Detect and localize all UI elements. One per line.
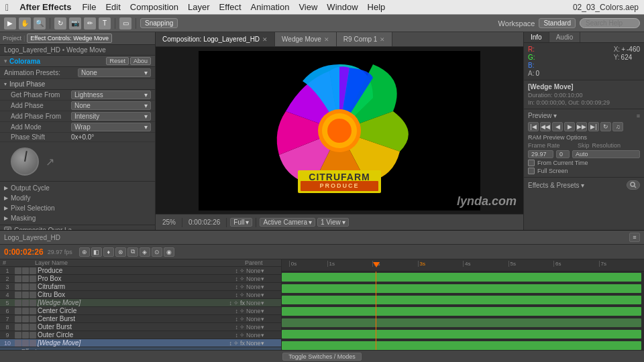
layer-row-6[interactable]: 6 Center Circle ↕✧ None▾ bbox=[0, 307, 281, 315]
layer-row-1[interactable]: 1 Produce ↕✧ None▾ bbox=[0, 267, 281, 275]
menu-window[interactable]: Window bbox=[327, 2, 358, 12]
zoom-tool[interactable]: 🔍 bbox=[34, 17, 46, 29]
layer-8-lock[interactable] bbox=[22, 324, 29, 330]
layer-4-bar[interactable] bbox=[282, 307, 641, 316]
prev-play[interactable]: ▶ bbox=[564, 122, 575, 131]
layer-3-eye[interactable] bbox=[15, 284, 21, 290]
layer-6-eye[interactable] bbox=[15, 308, 21, 314]
layer-5-eye[interactable] bbox=[15, 300, 21, 306]
prev-first-frame[interactable]: |◀ bbox=[528, 122, 539, 131]
toggle-switches-button[interactable]: Toggle Switches / Modes bbox=[282, 353, 362, 361]
colorama-toggle-icon[interactable]: ▾ bbox=[4, 58, 7, 64]
project-tab[interactable]: Project bbox=[3, 35, 21, 42]
timeline-timecode[interactable]: 0:00:02:26 bbox=[4, 247, 44, 257]
layer-9-eye[interactable] bbox=[15, 332, 21, 339]
effects-search-icon[interactable] bbox=[627, 180, 640, 190]
select-tool[interactable]: ▶ bbox=[4, 17, 16, 29]
layer-row-4[interactable]: 4 Citru Box ↕✧ None▾ bbox=[0, 291, 281, 299]
layer-3-bar[interactable] bbox=[282, 296, 641, 304]
layer-8-parent[interactable]: None▾ bbox=[246, 324, 280, 330]
rotation-tool[interactable]: ↻ bbox=[54, 17, 66, 29]
prev-audio[interactable]: ♫ bbox=[612, 122, 623, 131]
layer-3-lock[interactable] bbox=[22, 284, 29, 290]
comp-zoom-dropdown[interactable]: 25% bbox=[160, 219, 178, 226]
menu-layer[interactable]: Layer bbox=[188, 2, 210, 12]
layer-3-parent[interactable]: None▾ bbox=[246, 284, 280, 290]
comp-tab-r9[interactable]: R9 Comp 1 ✕ bbox=[337, 32, 393, 46]
tl-ctrl-7[interactable]: ⊙ bbox=[152, 247, 162, 257]
prev-next[interactable]: ▶▶ bbox=[576, 122, 587, 131]
prev-prev-frame[interactable]: ◀◀ bbox=[540, 122, 551, 131]
layer-5-parent[interactable]: None▾ bbox=[246, 300, 280, 306]
layer-5-bar[interactable] bbox=[282, 318, 641, 327]
animation-presets-dropdown[interactable]: None ▾ bbox=[78, 68, 151, 77]
menu-edit[interactable]: Edit bbox=[105, 2, 120, 12]
masking-row[interactable]: ▶ Masking bbox=[4, 213, 151, 223]
comp-tab-wedge-close[interactable]: ✕ bbox=[324, 36, 329, 43]
tl-ctrl-5[interactable]: ⧉ bbox=[127, 247, 138, 257]
comp-tab-r9-close[interactable]: ✕ bbox=[380, 36, 385, 43]
layer-4-solo[interactable] bbox=[30, 292, 36, 298]
layer-2-eye[interactable] bbox=[15, 276, 21, 282]
output-cycle-row[interactable]: ▶ Output Cycle bbox=[4, 183, 151, 193]
add-phase-from-dropdown[interactable]: Intensity ▾ bbox=[71, 112, 151, 121]
layer-7-eye[interactable] bbox=[15, 316, 21, 322]
input-phase-header[interactable]: ▾ Input Phase bbox=[0, 79, 155, 90]
layer-10-lock[interactable] bbox=[22, 340, 29, 347]
workspace-dropdown[interactable]: Standard bbox=[539, 18, 576, 28]
layer-10-solo[interactable] bbox=[30, 340, 36, 347]
layer-3-solo[interactable] bbox=[30, 284, 36, 290]
menu-animation[interactable]: Animation bbox=[251, 2, 290, 12]
layer-1-eye[interactable] bbox=[15, 267, 21, 274]
pixel-selection-row[interactable]: ▶ Pixel Selection bbox=[4, 203, 151, 213]
resolution-dropdown[interactable]: Auto bbox=[572, 150, 640, 158]
ram-preview-btn[interactable]: RAM Preview Options bbox=[528, 134, 640, 141]
layer-9-lock[interactable] bbox=[22, 332, 29, 339]
tl-icon-1[interactable]: ≡ bbox=[629, 233, 640, 242]
layer-row-8[interactable]: 8 Outer Burst ↕✧ None▾ bbox=[0, 323, 281, 331]
layer-1-parent[interactable]: None▾ bbox=[246, 267, 280, 274]
skip-input[interactable]: 0 bbox=[556, 150, 570, 158]
layer-1-lock[interactable] bbox=[22, 267, 29, 274]
layer-row-5[interactable]: 5 [Wedge Move] ↕✧fx None▾ bbox=[0, 299, 281, 307]
phase-shift-dial[interactable] bbox=[11, 147, 39, 176]
colorama-about-button[interactable]: Abou bbox=[130, 57, 151, 65]
layer-2-solo[interactable] bbox=[30, 276, 36, 282]
layer-row-10[interactable]: 10 [Wedge Move] ↕✧fx None▾ bbox=[0, 339, 281, 347]
layer-row-2[interactable]: 2 Pro Box ↕✧ None▾ bbox=[0, 275, 281, 283]
search-help-input[interactable] bbox=[580, 18, 640, 28]
layer-10-eye[interactable] bbox=[15, 340, 21, 347]
views-count-dropdown[interactable]: 1 View ▾ bbox=[317, 218, 349, 227]
add-mode-dropdown[interactable]: Wrap ▾ bbox=[71, 123, 151, 131]
tl-ctrl-8[interactable]: ◉ bbox=[164, 247, 174, 257]
info-tab[interactable]: Info bbox=[524, 32, 549, 42]
colorama-reset-button[interactable]: Reset bbox=[106, 57, 129, 65]
full-screen-checkbox[interactable] bbox=[528, 168, 535, 174]
layer-4-parent[interactable]: None▾ bbox=[246, 292, 280, 298]
layer-6-lock[interactable] bbox=[22, 308, 29, 314]
comp-tab-wedge[interactable]: Wedge Move ✕ bbox=[275, 32, 337, 46]
menu-help[interactable]: Help bbox=[368, 2, 386, 12]
tl-ctrl-4[interactable]: ⊗ bbox=[115, 247, 126, 257]
get-phase-from-dropdown[interactable]: Lightness ▾ bbox=[71, 90, 151, 99]
add-phase-dropdown[interactable]: None ▾ bbox=[71, 101, 151, 110]
preview-label[interactable]: Preview ▾ bbox=[528, 112, 557, 119]
layer-9-solo[interactable] bbox=[30, 332, 36, 339]
layer-6-solo[interactable] bbox=[30, 308, 36, 314]
shape-tool[interactable]: ▭ bbox=[119, 17, 131, 29]
hand-tool[interactable]: ✋ bbox=[19, 17, 31, 29]
camera-view-dropdown[interactable]: Active Camera ▾ bbox=[260, 218, 315, 227]
layer-4-eye[interactable] bbox=[15, 292, 21, 298]
camera-tool[interactable]: 📷 bbox=[69, 17, 81, 29]
tl-ctrl-2[interactable]: ◧ bbox=[91, 247, 102, 257]
effect-controls-tab[interactable]: Effect Controls: Wedge Move bbox=[27, 34, 112, 43]
frame-rate-input[interactable]: 29.97 bbox=[528, 150, 553, 158]
layer-9-parent[interactable]: None▾ bbox=[246, 332, 280, 339]
layer-5-lock[interactable] bbox=[22, 300, 29, 306]
layer-5-solo[interactable] bbox=[30, 300, 36, 306]
prev-last-frame[interactable]: ▶| bbox=[588, 122, 599, 131]
modify-row[interactable]: ▶ Modify bbox=[4, 193, 151, 203]
layer-2-bar[interactable] bbox=[282, 284, 641, 293]
menu-effect[interactable]: Effect bbox=[219, 2, 241, 12]
layer-6-parent[interactable]: None▾ bbox=[246, 308, 280, 314]
